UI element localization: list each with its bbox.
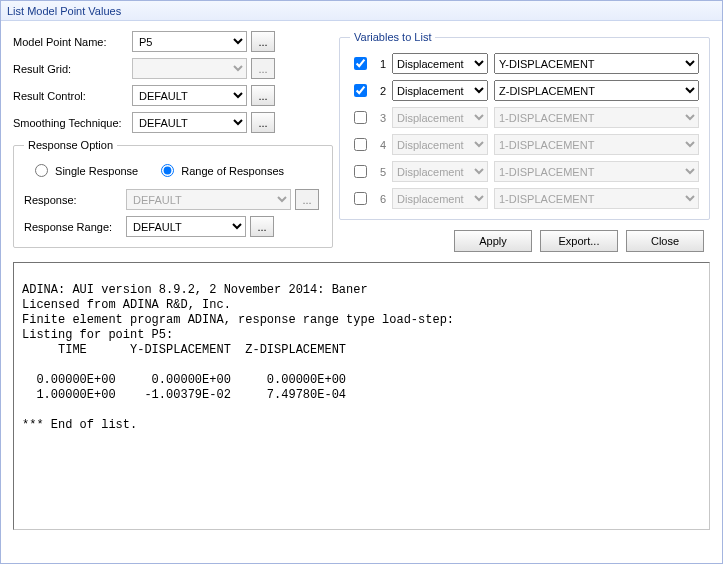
variable-type-select[interactable]: Displacement bbox=[392, 53, 488, 74]
variables-to-list-group: Variables to List 1DisplacementY-DISPLAC… bbox=[339, 31, 710, 220]
variable-index: 4 bbox=[376, 139, 386, 151]
result-control-select[interactable]: DEFAULT bbox=[132, 85, 247, 106]
model-point-name-select[interactable]: P5 bbox=[132, 31, 247, 52]
close-button[interactable]: Close bbox=[626, 230, 704, 252]
variable-index: 2 bbox=[376, 85, 386, 97]
result-grid-select bbox=[132, 58, 247, 79]
response-range-select[interactable]: DEFAULT bbox=[126, 216, 246, 237]
variable-row: 2DisplacementZ-DISPLACEMENT bbox=[350, 80, 699, 101]
variable-name-select[interactable]: Y-DISPLACEMENT bbox=[494, 53, 699, 74]
variable-type-select: Displacement bbox=[392, 134, 488, 155]
smoothing-technique-select[interactable]: DEFAULT bbox=[132, 112, 247, 133]
variable-type-select[interactable]: Displacement bbox=[392, 80, 488, 101]
model-point-name-browse-button[interactable]: ... bbox=[251, 31, 275, 52]
response-select: DEFAULT bbox=[126, 189, 291, 210]
smoothing-technique-browse-button[interactable]: ... bbox=[251, 112, 275, 133]
variable-row: 5Displacement1-DISPLACEMENT bbox=[350, 161, 699, 182]
single-response-radio-label[interactable]: Single Response bbox=[30, 161, 138, 177]
variable-row: 6Displacement1-DISPLACEMENT bbox=[350, 188, 699, 209]
variable-name-select: 1-DISPLACEMENT bbox=[494, 107, 699, 128]
variable-index: 3 bbox=[376, 112, 386, 124]
variable-name-select: 1-DISPLACEMENT bbox=[494, 188, 699, 209]
output-panel[interactable]: ADINA: AUI version 8.9.2, 2 November 201… bbox=[13, 262, 710, 530]
apply-button[interactable]: Apply bbox=[454, 230, 532, 252]
variable-checkbox[interactable] bbox=[354, 111, 367, 124]
variable-row: 4Displacement1-DISPLACEMENT bbox=[350, 134, 699, 155]
variable-index: 5 bbox=[376, 166, 386, 178]
label-response: Response: bbox=[24, 194, 122, 206]
label-model-point-name: Model Point Name: bbox=[13, 36, 128, 48]
variable-index: 6 bbox=[376, 193, 386, 205]
label-response-range: Response Range: bbox=[24, 221, 122, 233]
variable-type-select: Displacement bbox=[392, 188, 488, 209]
label-result-grid: Result Grid: bbox=[13, 63, 128, 75]
label-smoothing-technique: Smoothing Technique: bbox=[13, 117, 128, 129]
variable-type-select: Displacement bbox=[392, 107, 488, 128]
response-browse-button: ... bbox=[295, 189, 319, 210]
variable-checkbox[interactable] bbox=[354, 165, 367, 178]
variable-row: 1DisplacementY-DISPLACEMENT bbox=[350, 53, 699, 74]
response-option-legend: Response Option bbox=[24, 139, 117, 151]
variable-type-select: Displacement bbox=[392, 161, 488, 182]
single-response-text: Single Response bbox=[55, 165, 138, 177]
variable-name-select: 1-DISPLACEMENT bbox=[494, 161, 699, 182]
range-of-responses-text: Range of Responses bbox=[181, 165, 284, 177]
variable-checkbox[interactable] bbox=[354, 84, 367, 97]
titlebar: List Model Point Values bbox=[1, 1, 722, 21]
variable-name-select: 1-DISPLACEMENT bbox=[494, 134, 699, 155]
variables-legend: Variables to List bbox=[350, 31, 435, 43]
label-result-control: Result Control: bbox=[13, 90, 128, 102]
variable-checkbox[interactable] bbox=[354, 192, 367, 205]
single-response-radio[interactable] bbox=[35, 164, 48, 177]
variable-checkbox[interactable] bbox=[354, 57, 367, 70]
result-grid-browse-button: ... bbox=[251, 58, 275, 79]
export-button[interactable]: Export... bbox=[540, 230, 618, 252]
window-title: List Model Point Values bbox=[7, 5, 121, 17]
range-of-responses-radio-label[interactable]: Range of Responses bbox=[156, 161, 284, 177]
response-option-group: Response Option Single Response Range of… bbox=[13, 139, 333, 248]
response-range-browse-button[interactable]: ... bbox=[250, 216, 274, 237]
variable-index: 1 bbox=[376, 58, 386, 70]
variable-row: 3Displacement1-DISPLACEMENT bbox=[350, 107, 699, 128]
output-text: ADINA: AUI version 8.9.2, 2 November 201… bbox=[14, 263, 709, 435]
result-control-browse-button[interactable]: ... bbox=[251, 85, 275, 106]
client-area: Model Point Name: P5 ... Result Grid: ..… bbox=[1, 21, 722, 540]
variable-name-select[interactable]: Z-DISPLACEMENT bbox=[494, 80, 699, 101]
variable-checkbox[interactable] bbox=[354, 138, 367, 151]
range-of-responses-radio[interactable] bbox=[161, 164, 174, 177]
